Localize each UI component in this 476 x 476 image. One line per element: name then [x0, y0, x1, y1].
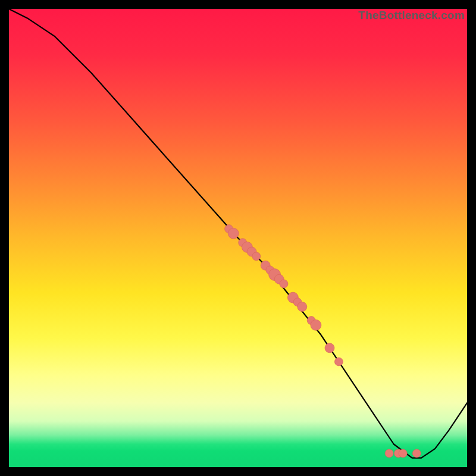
- sample-dot: [228, 228, 239, 239]
- sample-dot: [325, 343, 334, 353]
- plot-area: TheBottleneck.com: [9, 9, 467, 467]
- sample-dot: [252, 252, 261, 261]
- sample-dot: [334, 358, 343, 366]
- sample-dot: [298, 302, 307, 312]
- app-frame: TheBottleneck.com: [0, 0, 476, 476]
- sample-dot: [385, 449, 393, 458]
- sample-dot: [311, 320, 321, 330]
- sample-dot: [412, 449, 421, 458]
- sample-dots-group: [225, 225, 421, 458]
- chart-overlay: [9, 9, 467, 467]
- sample-dot: [280, 280, 288, 288]
- sample-dot: [399, 449, 407, 458]
